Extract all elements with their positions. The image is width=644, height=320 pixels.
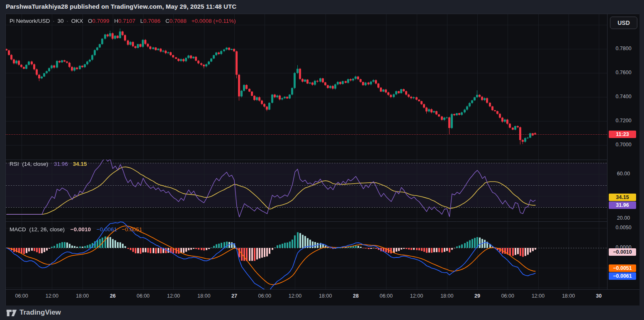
bar-countdown-badge: 11:23 bbox=[609, 131, 636, 138]
open-value: 0.7099 bbox=[92, 18, 109, 24]
time-tick: 06:00 bbox=[15, 293, 28, 299]
rsi-ma-badge: 34.15 bbox=[609, 194, 636, 201]
open-label: O bbox=[88, 18, 92, 24]
macd-axis-label: 0.0050 bbox=[608, 225, 639, 230]
publish-header-text: ParshwaTurakhiya28 published on TradingV… bbox=[6, 3, 236, 10]
high-label: H bbox=[114, 18, 118, 24]
price-axis-label: 0.7200 bbox=[608, 118, 639, 124]
macd-title: MACD bbox=[10, 226, 26, 233]
time-tick: 12:00 bbox=[410, 293, 423, 299]
price-axis-label: 0.7000 bbox=[608, 142, 639, 148]
time-tick: 12:00 bbox=[532, 293, 544, 299]
chart-widget: Pi Network/USD · 30 · OKX O0.7099 H0.710… bbox=[5, 14, 639, 305]
publish-header: ParshwaTurakhiya28 published on TradingV… bbox=[0, 0, 644, 14]
time-axis[interactable]: 06:0012:0018:002606:0012:0018:002706:001… bbox=[6, 289, 639, 305]
close-value: 0.7088 bbox=[170, 18, 187, 24]
high-value: 0.7107 bbox=[118, 18, 135, 24]
change-value: +0.0008 (+0.11%) bbox=[192, 18, 236, 24]
time-tick: 18:00 bbox=[76, 293, 89, 299]
macd-line-value: −0.0061 bbox=[97, 226, 117, 233]
rsi-params: (14, close) bbox=[22, 161, 48, 167]
price-axis-label: 0.7400 bbox=[608, 94, 639, 99]
rsi-axis-label: 20.00 bbox=[608, 215, 639, 221]
interval-label: 30 bbox=[58, 18, 64, 24]
time-tick-day: 28 bbox=[353, 293, 359, 299]
low-label: L bbox=[140, 18, 143, 24]
time-tick-day: 27 bbox=[231, 293, 237, 299]
tradingview-logo-icon[interactable] bbox=[6, 308, 17, 320]
close-label: C bbox=[165, 18, 170, 24]
time-tick-day: 29 bbox=[474, 293, 480, 299]
time-tick: 12:00 bbox=[289, 293, 301, 299]
time-tick: 18:00 bbox=[562, 293, 575, 299]
rsi-legend: RSI (14, close) 31.96 34.15 bbox=[10, 161, 87, 167]
time-tick-day: 26 bbox=[110, 293, 116, 299]
rsi-title: RSI bbox=[10, 161, 19, 167]
price-axis[interactable]: USD 0.78000.76000.74000.72000.700060.002… bbox=[607, 14, 639, 289]
currency-toggle-button[interactable]: USD bbox=[610, 17, 637, 29]
legend-separator: · bbox=[65, 18, 70, 24]
time-tick: 18:00 bbox=[319, 293, 332, 299]
time-tick: 12:00 bbox=[46, 293, 58, 299]
chart-canvas[interactable] bbox=[6, 14, 607, 289]
rsi-ma-value: 34.15 bbox=[73, 161, 87, 167]
low-value: 0.7086 bbox=[143, 18, 160, 24]
price-axis-label: 0.7800 bbox=[608, 46, 639, 51]
time-tick: 06:00 bbox=[258, 293, 271, 299]
main-symbol-legend: Pi Network/USD · 30 · OKX O0.7099 H0.710… bbox=[10, 18, 236, 24]
rsi-value: 31.96 bbox=[54, 161, 68, 167]
macd-legend: MACD (12, 26, close) −0.0010 −0.0061 −0.… bbox=[10, 226, 142, 233]
time-tick: 12:00 bbox=[167, 293, 180, 299]
macd-params: (12, 26, close) bbox=[29, 226, 65, 233]
macd-signal-value: −0.0051 bbox=[122, 226, 142, 233]
time-tick: 18:00 bbox=[440, 293, 453, 299]
tradingview-brand-text[interactable]: TradingView bbox=[19, 308, 61, 317]
symbol-name: Pi Network/USD bbox=[10, 18, 50, 24]
price-axis-label: 0.7600 bbox=[608, 70, 639, 75]
legend-separator: · bbox=[51, 18, 56, 24]
macd-hist-value: −0.0010 bbox=[70, 226, 91, 233]
time-tick-day: 30 bbox=[596, 293, 602, 299]
macd-signal-badge: −0.0051 bbox=[609, 264, 636, 272]
macd-hist-badge: −0.0010 bbox=[609, 248, 636, 256]
time-tick: 06:00 bbox=[137, 293, 150, 299]
snapshot-page: ParshwaTurakhiya28 published on TradingV… bbox=[0, 0, 644, 320]
exchange-label: OKX bbox=[71, 18, 83, 24]
time-tick: 18:00 bbox=[197, 293, 210, 299]
time-tick: 06:00 bbox=[501, 293, 514, 299]
rsi-value-badge: 31.96 bbox=[609, 201, 636, 209]
time-tick: 06:00 bbox=[380, 293, 393, 299]
rsi-axis-label: 60.00 bbox=[608, 171, 639, 177]
macd-line-badge: −0.0061 bbox=[609, 272, 636, 280]
footer-bar: TradingView bbox=[0, 305, 644, 320]
